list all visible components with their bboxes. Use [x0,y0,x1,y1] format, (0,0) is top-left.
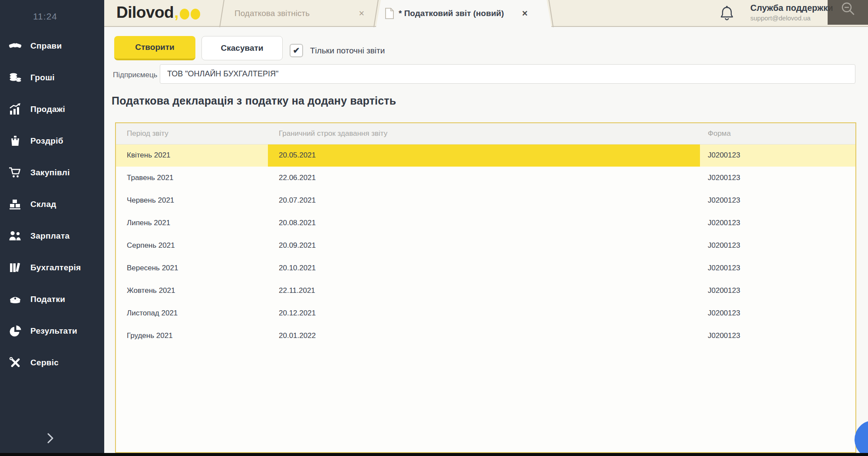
table-cell[interactable]: J0200123 [700,212,855,234]
clock: 11:24 [33,11,57,22]
entrepreneur-label: Підприємець [113,71,157,79]
sidebar: 11:24 СправиГрошіПродажіРоздрібЗакупівлі… [0,0,104,456]
shopping-bag-icon [8,134,23,148]
tab-tax-report-new[interactable]: * Податковий звіт (новий) × [376,0,551,27]
sidebar-item-spravy[interactable]: Справи [0,30,104,62]
sidebar-item-sklad[interactable]: Склад [0,188,104,220]
logo-dot [180,9,189,20]
support-info[interactable]: Служба поддержки support@delovod.ua [750,3,833,22]
sidebar-item-label: Гроші [30,73,55,82]
support-email: support@delovod.ua [750,14,833,22]
table-cell[interactable]: Квітень 2021 [116,144,268,167]
table-cell[interactable]: Липень 2021 [116,212,268,234]
table-cell[interactable]: Вересень 2021 [116,257,268,279]
table-cell[interactable]: 20.01.2022 [268,325,700,347]
table-cell[interactable]: 22.06.2021 [268,167,700,189]
logo-text: Dilovod [116,3,174,22]
zoom-out-icon [839,0,857,19]
table-cell[interactable]: J0200123 [700,325,855,347]
app-logo[interactable]: Dilovod, [116,3,200,22]
notification-bell-icon[interactable] [719,5,735,22]
pie-chart-icon [8,324,23,338]
sales-chart-icon [8,102,23,117]
close-icon[interactable]: × [359,8,364,19]
table-row[interactable]: Вересень 202120.10.2021J0200123 [116,257,855,279]
sidebar-item-label: Бухгалтерія [30,263,81,272]
document-icon [385,8,394,19]
cart-icon [8,165,23,180]
table-cell[interactable]: 22.11.2021 [268,279,700,302]
table-cell[interactable]: Травень 2021 [116,167,268,189]
sidebar-item-zakupivli[interactable]: Закупівлі [0,157,104,188]
sidebar-item-label: Продажі [30,105,65,114]
sidebar-item-label: Склад [30,200,56,209]
create-button[interactable]: Створити [114,36,195,60]
column-header[interactable]: Період звіту [116,123,268,144]
table-body: Квітень 202120.05.2021J0200123Травень 20… [116,144,855,347]
table-cell[interactable]: 20.08.2021 [268,212,700,234]
table-row[interactable]: Червень 202120.07.2021J0200123 [116,189,855,212]
entrepreneur-input[interactable] [160,64,855,84]
sidebar-item-label: Роздріб [30,136,63,146]
support-title: Служба поддержки [750,3,833,13]
sidebar-item-rezultaty[interactable]: Результати [0,315,104,347]
table-cell[interactable]: J0200123 [700,144,855,167]
logo-dot [191,9,200,20]
tab-tax-reporting[interactable]: Податкова звітність × [221,0,376,27]
table-cell[interactable]: J0200123 [700,257,855,279]
table-cell[interactable]: 20.10.2021 [268,257,700,279]
table-header-row: Період звітуГраничний строк здавання зві… [116,123,855,144]
table-cell[interactable]: J0200123 [700,302,855,325]
table-cell[interactable]: Червень 2021 [116,189,268,212]
sidebar-item-prodazhi[interactable]: Продажі [0,93,104,125]
table-cell[interactable]: Листопад 2021 [116,302,268,325]
table-row[interactable]: Серпень 202120.09.2021J0200123 [116,234,855,257]
table-cell[interactable]: Жовтень 2021 [116,279,268,302]
zoom-out-overlay-button[interactable] [828,0,868,25]
table-cell[interactable]: 20.07.2021 [268,189,700,212]
screen-bottom-strip [0,453,868,456]
sidebar-item-zarplata[interactable]: Зарплата [0,220,104,252]
page-title: Податкова декларація з податку на додану… [112,95,396,107]
table-row[interactable]: Липень 202120.08.2021J0200123 [116,212,855,234]
table-row[interactable]: Травень 202122.06.2021J0200123 [116,167,855,189]
coins-icon [8,70,23,85]
sidebar-item-groshi[interactable]: Гроші [0,62,104,93]
sidebar-item-rozdrib[interactable]: Роздріб [0,125,104,157]
table-cell[interactable]: J0200123 [700,279,855,302]
tab-label: Податкова звітність [234,9,359,18]
table-cell[interactable]: Грудень 2021 [116,325,268,347]
table-cell[interactable]: J0200123 [700,167,855,189]
sidebar-item-label: Зарплата [30,231,69,241]
logo-comma: , [174,3,178,22]
sidebar-collapse-button[interactable] [42,430,59,446]
close-icon[interactable]: × [522,8,528,19]
table-cell[interactable]: J0200123 [700,189,855,212]
sidebar-item-label: Справи [30,41,62,51]
table-cell[interactable]: J0200123 [700,234,855,257]
table-row[interactable]: Жовтень 202122.11.2021J0200123 [116,279,855,302]
reports-table: Період звітуГраничний строк здавання зві… [115,122,856,453]
table-cell[interactable]: 20.12.2021 [268,302,700,325]
chevron-right-icon [46,433,55,444]
column-header[interactable]: Граничний строк здавання звіту [268,123,700,144]
table-cell[interactable]: Серпень 2021 [116,234,268,257]
table-cell[interactable]: 20.05.2021 [268,144,700,167]
sidebar-item-buhgalteria[interactable]: Бухгалтерія [0,252,104,283]
sidebar-item-label: Сервіс [30,358,59,367]
main-content: Створити Скасувати ✔ Тільки поточні звіт… [104,27,868,453]
table-row[interactable]: Квітень 202120.05.2021J0200123 [116,144,855,167]
header-tab-bar: Dilovod, Податкова звітність × * Податко… [104,0,868,27]
books-icon [8,260,23,275]
cancel-button[interactable]: Скасувати [201,36,283,60]
column-header[interactable]: Форма [700,123,855,144]
sidebar-item-podatky[interactable]: Податки [0,283,104,315]
table-row[interactable]: Грудень 202120.01.2022J0200123 [116,325,855,347]
people-icon [8,229,23,243]
tools-icon [8,355,23,370]
table-row[interactable]: Листопад 202120.12.2021J0200123 [116,302,855,325]
current-reports-checkbox[interactable]: ✔ [290,44,303,57]
table-cell[interactable]: 20.09.2021 [268,234,700,257]
sidebar-item-servis[interactable]: Сервіс [0,347,104,378]
sidebar-item-label: Податки [30,295,65,304]
